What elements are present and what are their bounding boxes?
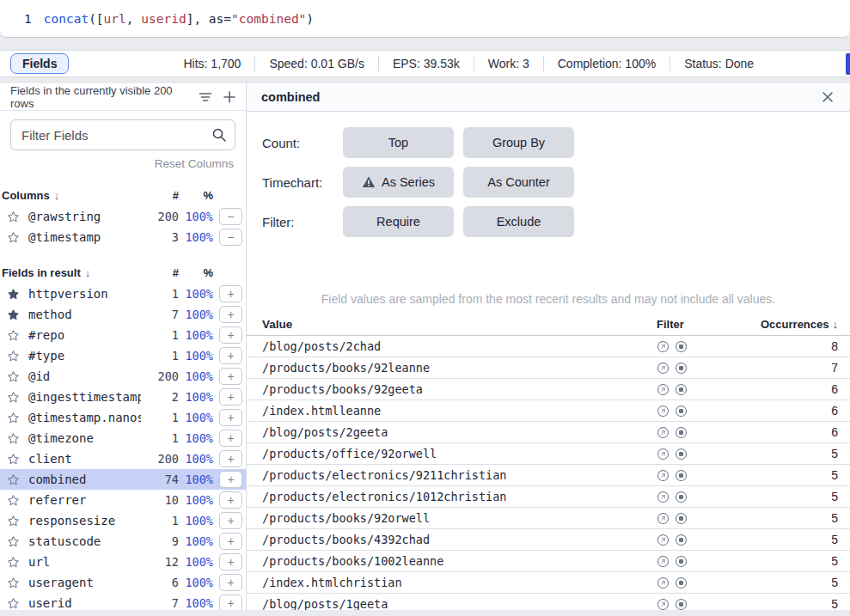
include-filter-icon[interactable] [657,448,670,460]
as-counter-button[interactable]: As Counter [463,167,574,198]
exclude-filter-icon[interactable] [675,405,688,418]
include-filter-icon[interactable] [657,340,670,353]
value-row: /products/books/1002leanne5 [247,551,850,572]
add-field-button[interactable]: + [219,574,242,591]
star-outline-icon[interactable] [7,370,20,383]
add-field-button[interactable]: + [219,285,242,302]
add-field-button[interactable]: + [219,533,242,550]
star-filled-icon[interactable] [7,288,20,301]
star-outline-icon[interactable] [7,453,20,466]
star-outline-icon[interactable] [7,391,20,404]
star-outline-icon[interactable] [7,597,20,610]
field-row-method[interactable]: method7100%+ [0,304,246,325]
star-outline-icon[interactable] [7,231,20,244]
include-filter-icon[interactable] [657,469,670,482]
field-row-rawstring[interactable]: @rawstring200100%− [0,206,246,227]
star-outline-icon[interactable] [7,515,20,528]
include-filter-icon[interactable] [657,512,670,525]
field-row-responsesize[interactable]: responsesize1100%+ [0,510,246,531]
exclude-button[interactable]: Exclude [463,206,574,237]
remove-field-button[interactable]: − [219,229,242,246]
exclude-filter-icon[interactable] [675,340,688,353]
sort-descending-icon[interactable]: ↓ [54,189,60,202]
close-icon[interactable] [819,88,836,106]
include-filter-icon[interactable] [657,598,670,611]
star-outline-icon[interactable] [7,556,20,569]
occurrences-column-header[interactable]: Occurrences↓ [749,318,838,331]
add-field-button[interactable]: + [219,306,242,323]
add-field-button[interactable]: + [219,491,242,509]
exclude-filter-icon[interactable] [675,469,688,482]
fields-button[interactable]: Fields [10,53,69,74]
include-filter-icon[interactable] [657,426,670,439]
add-field-button[interactable]: + [219,326,242,344]
include-filter-icon[interactable] [657,362,670,375]
add-field-header-icon[interactable] [222,89,237,105]
exclude-filter-icon[interactable] [675,491,688,503]
add-field-button[interactable]: + [219,368,242,385]
include-filter-icon[interactable] [657,576,670,589]
query-editor[interactable]: 1 concat([url, userid], as="combined") [0,0,850,38]
add-field-button[interactable]: + [219,430,242,447]
add-field-button[interactable]: + [219,512,242,529]
exclude-filter-icon[interactable] [675,598,688,611]
add-field-button[interactable]: + [219,471,242,488]
star-outline-icon[interactable] [7,412,20,424]
exclude-filter-icon[interactable] [675,534,688,546]
exclude-filter-icon[interactable] [675,512,688,525]
star-outline-icon[interactable] [7,535,20,548]
add-field-button[interactable]: + [219,595,242,610]
add-field-button[interactable]: + [219,450,242,467]
field-row-timezone[interactable]: @timezone1100%+ [0,428,246,448]
require-button[interactable]: Require [343,206,454,237]
exclude-filter-icon[interactable] [675,555,688,568]
field-row-type[interactable]: #type1100%+ [0,345,246,366]
exclude-filter-icon[interactable] [675,383,688,396]
reset-columns-link[interactable]: Reset Columns [0,157,234,170]
sort-descending-icon[interactable]: ↓ [85,266,91,279]
include-filter-icon[interactable] [657,534,670,546]
field-row-url[interactable]: url12100%+ [0,552,246,572]
star-outline-icon[interactable] [7,350,20,363]
filter-list-icon[interactable] [198,89,213,105]
top-button[interactable]: Top [343,127,454,158]
star-filled-icon[interactable] [7,308,20,321]
star-outline-icon[interactable] [7,329,20,342]
field-row-ingesttimestamp[interactable]: @ingesttimestamp2100%+ [0,387,246,407]
as-series-button[interactable]: As Series [343,167,454,198]
exclude-filter-icon[interactable] [675,448,688,460]
exclude-filter-icon[interactable] [675,426,688,439]
field-row-timestamp[interactable]: @timestamp3100%− [0,227,246,247]
group-by-button[interactable]: Group By [463,127,574,158]
star-outline-icon[interactable] [7,576,20,589]
include-filter-icon[interactable] [657,383,670,396]
field-row-repo[interactable]: #repo1100%+ [0,325,246,345]
field-row-referrer[interactable]: referrer10100%+ [0,490,246,510]
field-row-useragent[interactable]: useragent6100%+ [0,572,246,593]
query-code[interactable]: concat([url, userid], as="combined") [44,12,314,26]
star-outline-icon[interactable] [7,432,20,445]
add-field-button[interactable]: + [219,388,242,406]
include-filter-icon[interactable] [657,555,670,568]
field-row-client[interactable]: client200100%+ [0,448,246,469]
add-field-button[interactable]: + [219,553,242,570]
add-field-button[interactable]: + [219,409,242,426]
field-row-httpversion[interactable]: httpversion1100%+ [0,284,246,304]
cut-off-button[interactable] [846,53,850,75]
field-row-id[interactable]: @id200100%+ [0,366,246,387]
field-row-userid[interactable]: userid7100%+ [0,593,246,610]
exclude-filter-icon[interactable] [675,362,688,375]
filter-fields-input[interactable] [10,119,235,150]
filter-cell [657,340,749,353]
remove-field-button[interactable]: − [219,208,242,225]
include-filter-icon[interactable] [657,405,670,418]
star-outline-icon[interactable] [7,473,20,486]
field-row-timestamp-nanos[interactable]: @timestamp.nanos1100%+ [0,407,246,428]
field-row-combined[interactable]: combined74100%+ [0,469,246,490]
star-outline-icon[interactable] [7,210,20,223]
add-field-button[interactable]: + [219,347,242,364]
field-row-statuscode[interactable]: statuscode9100%+ [0,531,246,552]
star-outline-icon[interactable] [7,494,20,507]
include-filter-icon[interactable] [657,491,670,503]
exclude-filter-icon[interactable] [675,576,688,589]
